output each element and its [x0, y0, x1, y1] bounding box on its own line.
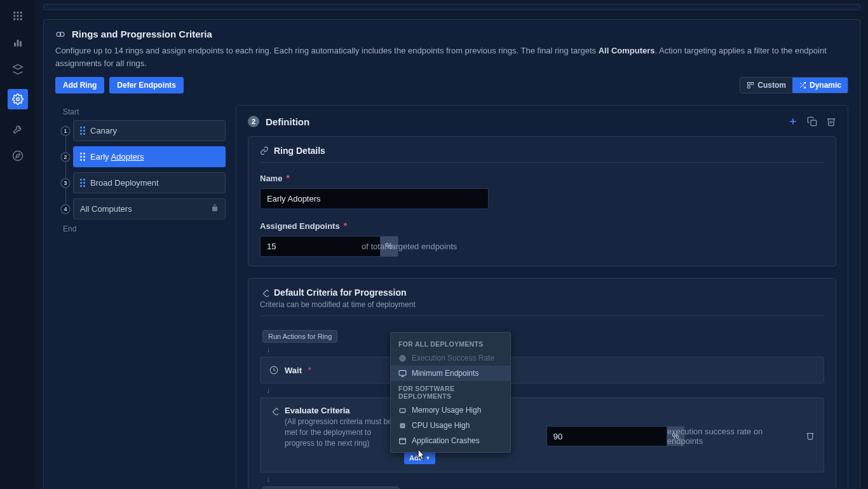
progress-chip: Progress to Next Ring if All Criteria Pa…: [262, 486, 399, 489]
tools-icon[interactable]: [11, 122, 25, 136]
svg-rect-19: [751, 83, 754, 85]
definition-title: Definition: [266, 116, 309, 127]
svg-rect-29: [273, 408, 278, 415]
name-input[interactable]: [260, 188, 489, 209]
drag-handle-icon[interactable]: [80, 127, 85, 135]
svg-rect-8: [20, 18, 22, 20]
ring-name-label: All Computers: [80, 204, 132, 214]
arrow-down-icon: ↓: [266, 345, 824, 354]
svg-point-14: [13, 151, 23, 161]
rings-list: Start 1 Canary 2 Early Adopters: [55, 105, 226, 489]
link-icon: [260, 146, 269, 155]
ring-item-canary[interactable]: 1 Canary: [73, 120, 226, 141]
success-rate-input[interactable]: [546, 426, 667, 446]
success-text: execution success rate on endpoints: [667, 427, 799, 446]
svg-rect-2: [20, 11, 22, 13]
ring-number: 4: [60, 204, 71, 214]
run-actions-chip: Run Actions for Ring: [262, 330, 337, 343]
arrow-down-icon: ↓: [266, 475, 824, 484]
svg-rect-5: [20, 15, 22, 17]
section-title: Rings and Progression Criteria: [72, 29, 212, 39]
dropdown-item-success-rate: Execution Success Rate: [391, 350, 510, 366]
clock-icon: [269, 366, 278, 375]
svg-rect-38: [400, 424, 405, 428]
svg-rect-31: [399, 370, 406, 375]
ring-number: 1: [60, 126, 71, 136]
section-description: Configure up to 14 rings and assign endp…: [55, 45, 848, 69]
ring-number: 2: [60, 152, 71, 162]
window-icon: [398, 437, 407, 445]
cpu-icon: [398, 422, 407, 430]
svg-rect-0: [13, 11, 15, 13]
evaluate-step: Evaluate Criteria (All progression crite…: [260, 397, 824, 472]
evaluate-sub: (All progression criteria must be met fo…: [285, 417, 393, 448]
custom-toggle[interactable]: Custom: [740, 78, 792, 93]
delete-criterion-icon[interactable]: [806, 430, 815, 442]
svg-rect-27: [263, 290, 269, 297]
lock-icon: [211, 204, 219, 214]
dropdown-item-min-endpoints[interactable]: Minimum Endpoints: [391, 366, 510, 381]
check-circle-icon: [398, 354, 407, 362]
step-number: 2: [248, 116, 259, 127]
rings-icon: [55, 29, 65, 39]
name-label: Name*: [260, 173, 824, 183]
svg-rect-20: [748, 86, 750, 88]
shuffle-icon: [799, 81, 806, 89]
add-ring-button[interactable]: Add Ring: [55, 77, 104, 93]
dropdown-item-crashes[interactable]: Application Crashes: [391, 433, 510, 448]
endpoints-hint: of total targeted endpoints: [362, 242, 457, 251]
svg-marker-15: [16, 154, 20, 158]
collapsed-header[interactable]: [43, 4, 860, 10]
ring-item-all[interactable]: 4 All Computers: [73, 198, 226, 219]
svg-rect-40: [400, 438, 406, 444]
svg-rect-26: [811, 120, 817, 126]
svg-rect-9: [14, 43, 16, 46]
criteria-sub: Criteria can be modified at time of depl…: [260, 300, 824, 309]
svg-marker-12: [13, 65, 23, 70]
settings-icon[interactable]: [8, 89, 28, 109]
memory-icon: [398, 406, 407, 415]
mode-toggle: Custom Dynamic: [740, 77, 848, 93]
ring-name-label: Canary: [90, 126, 117, 135]
end-label: End: [63, 224, 226, 233]
svg-line-23: [800, 83, 802, 85]
copy-icon[interactable]: [807, 116, 817, 127]
ring-name-label: Early Adopters: [90, 152, 144, 162]
svg-rect-4: [17, 15, 19, 17]
dropdown-header-software: FOR SOFTWARE DEPLOYMENTS: [391, 381, 510, 403]
arrow-down-icon: ↓: [266, 386, 824, 395]
diamond-icon: [260, 288, 269, 297]
evaluate-label: Evaluate Criteria: [285, 406, 393, 415]
dropdown-item-memory[interactable]: Memory Usage High: [391, 403, 510, 418]
criteria-heading: Default Criteria for Progression: [274, 287, 407, 298]
add-criterion-button[interactable]: Add ▼: [404, 451, 435, 464]
dropdown-item-cpu[interactable]: CPU Usage High: [391, 418, 510, 433]
svg-point-13: [17, 98, 20, 101]
monitor-icon: [398, 369, 407, 378]
svg-rect-7: [17, 18, 19, 20]
ring-item-broad[interactable]: 3 Broad Deployment: [73, 172, 226, 193]
stats-icon[interactable]: [11, 36, 25, 50]
drag-handle-icon[interactable]: [80, 179, 85, 187]
ring-item-early-adopters[interactable]: 2 Early Adopters: [73, 146, 226, 167]
svg-point-30: [399, 355, 406, 362]
svg-rect-39: [402, 424, 403, 426]
ring-details-heading: Ring Details: [274, 146, 325, 156]
svg-rect-10: [17, 40, 19, 47]
add-icon[interactable]: [788, 116, 798, 127]
ring-name-label: Broad Deployment: [90, 178, 159, 188]
compass-icon[interactable]: [11, 149, 25, 163]
definition-panel: 2 Definition Ring Details: [236, 105, 848, 489]
layers-icon[interactable]: [11, 62, 25, 76]
add-criterion-dropdown: FOR ALL DEPLOYMENTS Execution Success Ra…: [390, 332, 511, 453]
wait-step[interactable]: Wait *: [260, 357, 824, 383]
svg-rect-6: [13, 18, 15, 20]
apps-icon[interactable]: [11, 9, 25, 23]
dynamic-toggle[interactable]: Dynamic: [792, 78, 848, 93]
dropdown-header-all: FOR ALL DEPLOYMENTS: [391, 336, 510, 350]
defer-endpoints-button[interactable]: Defer Endpoints: [109, 77, 184, 93]
svg-rect-3: [13, 15, 15, 17]
svg-rect-34: [400, 408, 405, 411]
drag-handle-icon[interactable]: [80, 153, 85, 161]
trash-icon[interactable]: [826, 116, 836, 127]
